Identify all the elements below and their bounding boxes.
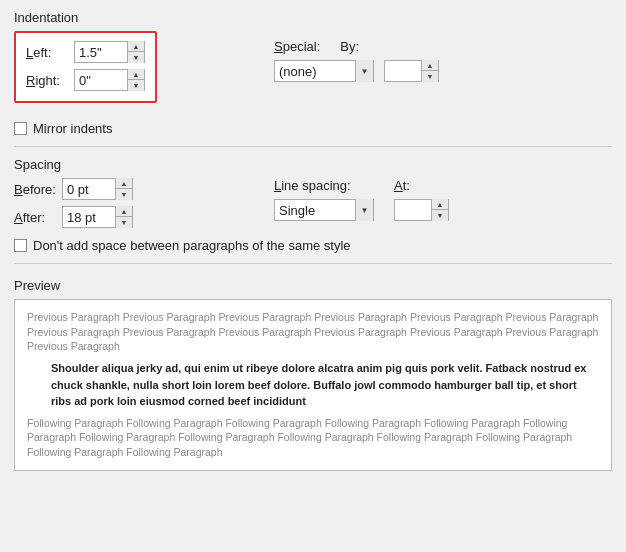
right-down-arrow[interactable]: ▼ xyxy=(128,80,144,91)
by-label: By: xyxy=(340,39,359,54)
before-input[interactable] xyxy=(63,179,115,199)
preview-box: Previous Paragraph Previous Paragraph Pr… xyxy=(14,299,612,471)
left-arrows: ▲ ▼ xyxy=(127,41,144,63)
mirror-indents-label: Mirror indents xyxy=(33,121,112,136)
at-arrows: ▲ ▼ xyxy=(431,199,448,221)
before-spinbox[interactable]: ▲ ▼ xyxy=(62,178,133,200)
by-input[interactable] xyxy=(385,61,421,81)
right-arrows: ▲ ▼ xyxy=(127,69,144,91)
right-input[interactable] xyxy=(75,70,127,90)
indentation-box: Left: ▲ ▼ Right: ▲ xyxy=(14,31,157,103)
no-add-space-row: Don't add space between paragraphs of th… xyxy=(14,238,612,253)
preview-follow-text: Following Paragraph Following Paragraph … xyxy=(27,416,599,460)
left-up-arrow[interactable]: ▲ xyxy=(128,41,144,52)
special-label: Special: xyxy=(274,39,320,54)
indentation-section: Indentation Left: ▲ ▼ Right: xyxy=(14,10,612,136)
after-spinbox[interactable]: ▲ ▼ xyxy=(62,206,133,228)
linespacing-label: Line spacing: xyxy=(274,178,374,193)
by-up-arrow[interactable]: ▲ xyxy=(422,60,438,71)
before-down-arrow[interactable]: ▼ xyxy=(116,189,132,200)
linespacing-dropdown-arrow[interactable]: ▼ xyxy=(355,199,373,221)
indentation-title: Indentation xyxy=(14,10,612,25)
linespacing-dropdown[interactable]: Single ▼ xyxy=(274,199,374,221)
preview-prev-text: Previous Paragraph Previous Paragraph Pr… xyxy=(27,310,599,354)
at-spinbox[interactable]: ▲ ▼ xyxy=(394,199,449,221)
preview-main-text: Shoulder aliqua jerky ad, qui enim ut ri… xyxy=(27,360,599,410)
special-dropdown[interactable]: (none) ▼ xyxy=(274,60,374,82)
after-up-arrow[interactable]: ▲ xyxy=(116,206,132,217)
left-spinbox[interactable]: ▲ ▼ xyxy=(74,41,145,63)
after-input[interactable] xyxy=(63,207,115,227)
after-label: After: xyxy=(14,210,62,225)
spacing-title: Spacing xyxy=(14,157,612,172)
no-add-space-label: Don't add space between paragraphs of th… xyxy=(33,238,351,253)
left-down-arrow[interactable]: ▼ xyxy=(128,52,144,63)
after-arrows: ▲ ▼ xyxy=(115,206,132,228)
at-up-arrow[interactable]: ▲ xyxy=(432,199,448,210)
by-down-arrow[interactable]: ▼ xyxy=(422,71,438,82)
mirror-indents-checkbox[interactable] xyxy=(14,122,27,135)
left-input[interactable] xyxy=(75,42,127,62)
mirror-indents-row: Mirror indents xyxy=(14,121,612,136)
right-spinbox[interactable]: ▲ ▼ xyxy=(74,69,145,91)
at-down-arrow[interactable]: ▼ xyxy=(432,210,448,221)
right-up-arrow[interactable]: ▲ xyxy=(128,69,144,80)
no-add-space-checkbox[interactable] xyxy=(14,239,27,252)
right-label: Right: xyxy=(26,73,74,88)
before-label: Before: xyxy=(14,182,62,197)
linespacing-value: Single xyxy=(275,203,355,218)
preview-title: Preview xyxy=(14,278,612,293)
divider-2 xyxy=(14,263,612,264)
before-arrows: ▲ ▼ xyxy=(115,178,132,200)
preview-section: Preview Previous Paragraph Previous Para… xyxy=(14,278,612,471)
special-dropdown-arrow[interactable]: ▼ xyxy=(355,60,373,82)
at-label: At: xyxy=(394,178,449,193)
after-down-arrow[interactable]: ▼ xyxy=(116,217,132,228)
before-up-arrow[interactable]: ▲ xyxy=(116,178,132,189)
by-spinbox[interactable]: ▲ ▼ xyxy=(384,60,439,82)
by-arrows: ▲ ▼ xyxy=(421,60,438,82)
special-value: (none) xyxy=(275,64,355,79)
at-input[interactable] xyxy=(395,200,431,220)
spacing-section: Spacing Before: ▲ ▼ After: xyxy=(14,157,612,253)
divider-1 xyxy=(14,146,612,147)
left-label: Left: xyxy=(26,45,74,60)
